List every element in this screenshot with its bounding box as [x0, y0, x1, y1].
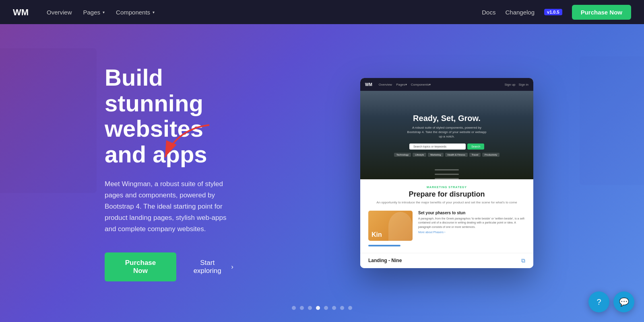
explore-arrow-icon: ›: [231, 263, 233, 271]
mockup-progress-bar: [368, 245, 400, 246]
nav-changelog[interactable]: Changelog: [505, 9, 535, 16]
nav-links: Overview Pages ▾ Components ▾: [47, 9, 482, 16]
mockup-search-input: Search topics or keywords: [409, 144, 466, 150]
mockup-tag-technology: Technology: [394, 153, 411, 157]
mockup-nav: WM Overview Pages▾ Components▾ Sign up S…: [360, 78, 533, 91]
pages-chevron-icon: ▾: [103, 10, 105, 14]
carousel-dots: [292, 306, 352, 310]
hero-title: Build stunning websites and apps: [105, 65, 233, 167]
nav-docs[interactable]: Docs: [482, 9, 495, 16]
purchase-now-button-hero[interactable]: Purchase Now: [105, 252, 176, 281]
carousel-dot-5[interactable]: [332, 306, 336, 310]
mockup-signin: Sign in: [519, 83, 528, 86]
mockup-content-para: A paragraph, from the Greek paragraphos …: [418, 217, 525, 230]
mockup-footer-icon: ⧉: [521, 257, 525, 264]
svg-text:WM: WM: [13, 7, 29, 17]
explore-label: Start exploring: [186, 259, 229, 275]
mockup-image-placeholder: Kin: [368, 211, 413, 241]
carousel-dot-2[interactable]: [308, 306, 312, 310]
mockup-person-shape: [388, 212, 413, 241]
mockup-tag-marketing: Marketing: [428, 153, 443, 157]
mockup-nav-link-overview: Overview: [379, 83, 392, 86]
chat-button[interactable]: 💬: [613, 291, 634, 312]
carousel-dot-0[interactable]: [292, 306, 296, 310]
nav-components[interactable]: Components ▾: [116, 9, 155, 16]
nav-overview[interactable]: Overview: [47, 9, 72, 16]
mockup-section-badge: MARKETING STRATEGY: [368, 186, 525, 189]
mockup-content-link[interactable]: More about Phasers ›: [418, 231, 525, 234]
mockup-section-title: Prepare for disruption: [368, 190, 525, 199]
mockup-hero-sub: A robust suite of styled components, pow…: [407, 125, 487, 139]
mockup-hero-image: Ready, Set, Grow. A robust suite of styl…: [360, 91, 533, 179]
help-button[interactable]: ?: [588, 291, 609, 312]
carousel-dot-6[interactable]: [340, 306, 344, 310]
mockup-content-heading: Set your phasers to stun: [418, 211, 525, 215]
mockup-logo: WM: [365, 82, 372, 87]
nav-right: Docs Changelog v1.0.5 Purchase Now: [482, 5, 631, 20]
mockup-tag-health: Health & Fitness: [445, 153, 468, 157]
mockup-nav-right: Sign up Sign in: [504, 83, 528, 86]
mockup-footer: Landing - Nine ⧉: [360, 253, 533, 268]
road-lines: [435, 169, 459, 179]
mockup-footer-label: Landing - Nine: [368, 258, 402, 263]
hero-right-mockup-container: WM Overview Pages▾ Components▾ Sign up S…: [266, 78, 644, 268]
purchase-now-button-nav[interactable]: Purchase Now: [572, 5, 631, 20]
mockup-tag-productivity: Productivity: [482, 153, 500, 157]
mockup-hero-title: Ready, Set, Grow.: [413, 114, 481, 123]
hero-left: Build stunning websites and apps Meet Wi…: [0, 65, 266, 281]
chat-widget: ? 💬: [588, 291, 634, 312]
carousel-dot-7[interactable]: [348, 306, 352, 310]
mockup-content-row: Kin Set your phasers to stun A paragraph…: [368, 211, 525, 241]
mockup-signup: Sign up: [504, 83, 515, 86]
carousel-dot-1[interactable]: [300, 306, 304, 310]
mockup-image-label: Kin: [372, 231, 382, 238]
mockup-tag-lifestyle: Lifestyle: [413, 153, 426, 157]
mockup-nav-link-pages: Pages▾: [396, 83, 407, 86]
mockup-body: MARKETING STRATEGY Prepare for disruptio…: [360, 179, 533, 252]
start-exploring-button[interactable]: Start exploring ›: [186, 259, 233, 275]
hero-description: Meet Wingman, a robust suite of styled p…: [105, 178, 233, 235]
mockup-tags: Technology Lifestyle Marketing Health & …: [394, 153, 500, 157]
mockup-text-col: Set your phasers to stun A paragraph, fr…: [418, 211, 525, 241]
carousel-dot-4[interactable]: [324, 306, 328, 310]
mockup-nav-link-components: Components▾: [411, 83, 431, 86]
mockup-nav-links: Overview Pages▾ Components▾: [379, 83, 431, 86]
mockup-search-bar: Search topics or keywords Search: [409, 144, 484, 150]
logo[interactable]: WM: [13, 6, 31, 18]
changelog-version-badge: v1.0.5: [544, 9, 562, 15]
components-chevron-icon: ▾: [153, 10, 155, 14]
navbar: WM Overview Pages ▾ Components ▾ Docs Ch…: [0, 0, 644, 24]
nav-pages[interactable]: Pages ▾: [83, 9, 105, 16]
mockup-search-button: Search: [467, 144, 484, 150]
hero-actions: Purchase Now Start exploring ›: [105, 252, 233, 281]
carousel-dot-3[interactable]: [316, 306, 320, 310]
mockup-section-subtitle: An opportunity to introduce the major be…: [368, 200, 525, 205]
mockup-tag-travel: Travel: [469, 153, 481, 157]
hero-section: Build stunning websites and apps Meet Wi…: [0, 24, 644, 322]
mockup-card: WM Overview Pages▾ Components▾ Sign up S…: [360, 78, 533, 268]
